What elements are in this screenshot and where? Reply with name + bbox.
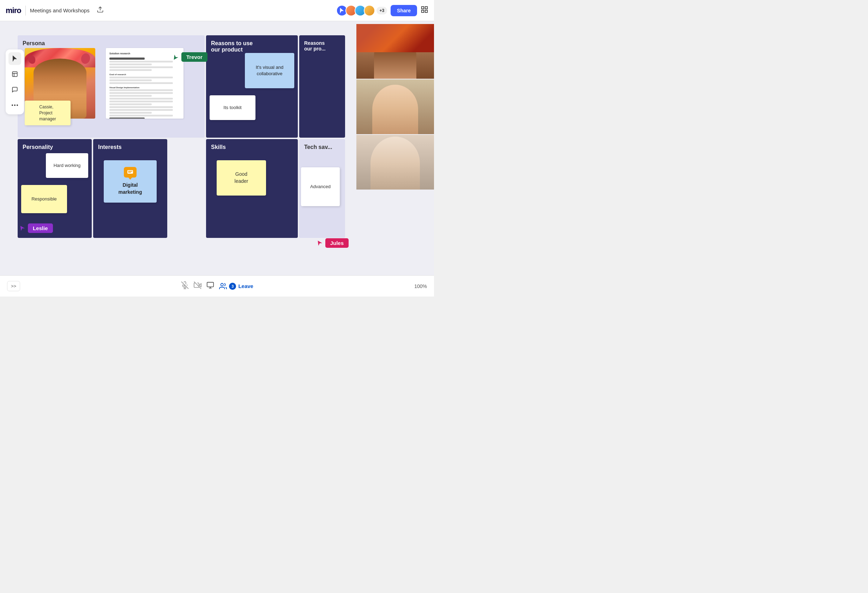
section-personality: Personality Hard working Responsible [18, 139, 92, 238]
board-title: Meetings and Workshops [30, 7, 90, 13]
board-container: Persona Cassie, Project manager Solution… [18, 35, 349, 275]
jules-label: Jules [325, 238, 348, 248]
digital-marketing-sticky: Digital marketing [104, 160, 156, 203]
section-persona: Persona Cassie, Project manager Solution… [18, 35, 205, 138]
svg-point-10 [16, 105, 18, 106]
sticky-tool[interactable] [9, 68, 21, 80]
comment-tool[interactable] [9, 83, 21, 96]
navbar-right: +3 Share [336, 5, 428, 16]
leave-button-group: 3 Leave [219, 282, 253, 290]
cursor-jules: Jules [317, 238, 348, 248]
sidebar-tools [6, 49, 24, 114]
bottombar-center: 3 Leave [181, 281, 253, 291]
trevor-label: Trevor [182, 52, 207, 62]
svg-rect-1 [422, 7, 424, 9]
video-cell-2 [356, 80, 434, 134]
nav-divider [25, 6, 26, 16]
avatar-3 [364, 5, 375, 16]
hardworking-sticky: Hard working [46, 153, 88, 178]
techsav-title: Tech sav... [304, 144, 340, 150]
canvas[interactable]: Persona Cassie, Project manager Solution… [0, 21, 434, 275]
section-reasons-partial: Reasonsour pro... [299, 35, 345, 138]
mic-button[interactable] [181, 281, 189, 291]
camera-button[interactable] [194, 281, 201, 291]
avatar-count: +3 [376, 7, 387, 15]
advanced-sticky: Advanced [301, 167, 340, 206]
reasons-title: Reasons to use our product [211, 40, 293, 53]
persona-title: Persona [22, 40, 200, 47]
menu-icon-button[interactable] [421, 6, 428, 15]
document-placeholder: Solution research Goal of research Visua… [106, 48, 183, 118]
visual-collab-sticky: It's visual and collaborative [245, 53, 294, 88]
svg-rect-5 [12, 72, 17, 77]
section-interests: Interests Digital marketing [93, 139, 167, 238]
zoom-level: 100% [414, 284, 427, 289]
miro-logo: miro [6, 6, 21, 15]
cursor-tool[interactable] [9, 52, 21, 65]
svg-rect-2 [425, 7, 427, 9]
navbar: miro Meetings and Workshops +3 Share [0, 0, 434, 21]
svg-rect-4 [422, 10, 424, 12]
toolkit-sticky: Its toolkit [210, 95, 255, 120]
upload-button[interactable] [94, 4, 106, 16]
cursor-leslie: Leslie [19, 223, 53, 233]
cursor-trevor: Trevor [173, 52, 207, 62]
svg-point-21 [221, 283, 223, 285]
more-tools[interactable] [9, 99, 21, 112]
expand-panel-button[interactable]: >> [7, 281, 20, 291]
leslie-label: Leslie [28, 223, 53, 233]
video-cell-1 [356, 24, 434, 79]
skills-title: Skills [211, 144, 293, 150]
avatar-group: +3 [336, 5, 387, 16]
cassie-sticky: Cassie, Project manager [25, 101, 71, 125]
bottombar-left: >> [7, 281, 20, 291]
video-panel [356, 24, 434, 189]
section-reasons: Reasons to use our product It's visual a… [206, 35, 298, 138]
section-skills: Skills Good leader [206, 139, 298, 238]
svg-rect-18 [207, 282, 214, 287]
bottombar: >> [0, 275, 434, 297]
section-techsav: Tech sav... Advanced [299, 139, 345, 238]
leave-button[interactable]: Leave [238, 283, 253, 289]
participant-count: 3 [229, 283, 236, 290]
share-button[interactable]: Share [391, 5, 417, 16]
svg-rect-3 [425, 10, 427, 12]
svg-point-9 [14, 105, 16, 106]
svg-point-8 [12, 105, 13, 106]
share-screen-button[interactable] [207, 281, 214, 291]
reasons-partial-title: Reasonsour pro... [304, 40, 340, 52]
navbar-left: miro Meetings and Workshops [6, 4, 106, 16]
good-leader-sticky: Good leader [217, 160, 266, 195]
video-cell-3 [356, 135, 434, 189]
responsible-sticky: Responsible [21, 185, 67, 213]
interests-title: Interests [98, 144, 162, 150]
personality-title: Personality [22, 144, 87, 150]
